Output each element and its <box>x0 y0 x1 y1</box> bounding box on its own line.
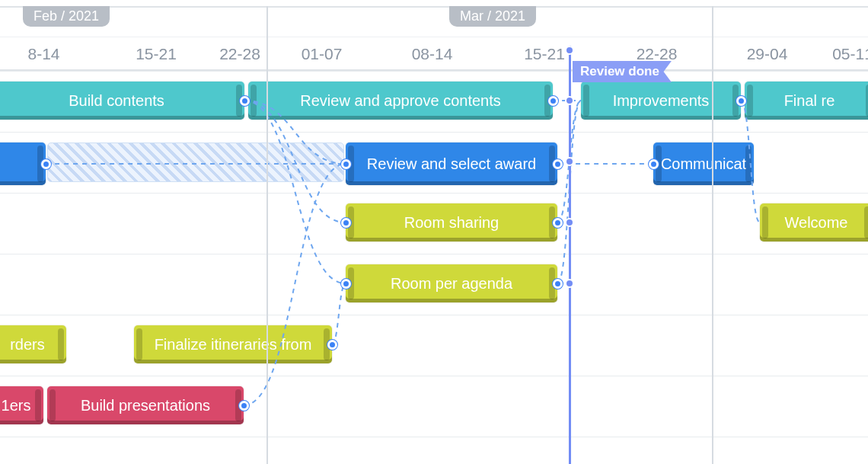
task-bar-improvements[interactable]: Improvements <box>581 82 741 120</box>
task-bar-review-contents[interactable]: Review and approve contents <box>248 82 553 120</box>
task-bar-finalize-itin[interactable]: Finalize itineraries from <box>134 325 332 363</box>
dependency-handle[interactable] <box>553 159 563 169</box>
task-label: Build presentations <box>81 397 210 414</box>
month-row: Feb / 2021Mar / 2021 <box>0 6 868 37</box>
month-badge: Feb / 2021 <box>23 6 110 27</box>
milestone-label: Review done <box>580 64 659 79</box>
task-label: Welcome <box>785 214 848 232</box>
resize-handle-left[interactable] <box>762 206 768 238</box>
timeline-header: Feb / 2021Mar / 2021 8-1415-2122-2801-07… <box>0 6 868 71</box>
milestone-track-dot <box>565 96 574 105</box>
week-header[interactable]: 8-14 <box>0 37 99 71</box>
dependency-handle[interactable] <box>239 401 249 411</box>
resize-handle-left[interactable] <box>251 85 257 117</box>
milestone-track-dot <box>565 279 574 288</box>
row-divider <box>0 254 868 254</box>
dependency-handle[interactable] <box>736 96 746 106</box>
task-label: Communicat <box>661 155 746 173</box>
dependency-handle[interactable] <box>341 279 351 289</box>
task-bar-room-agenda[interactable]: Room per agenda <box>346 264 557 302</box>
resize-handle-right[interactable] <box>35 389 41 421</box>
week-header[interactable]: 29-04 <box>712 37 822 71</box>
task-label: Review and select award <box>367 155 536 173</box>
resize-handle-right[interactable] <box>745 146 752 182</box>
task-bar-build-contents[interactable]: Build contents <box>0 82 244 120</box>
task-bar-buffer[interactable] <box>47 142 344 182</box>
task-label: rders <box>10 336 45 354</box>
row-divider <box>0 132 868 133</box>
dependency-handle[interactable] <box>553 279 563 289</box>
resize-handle-left[interactable] <box>49 389 56 421</box>
task-label: Room per agenda <box>391 275 512 293</box>
week-header[interactable]: 22-28 <box>213 37 266 71</box>
row-divider <box>0 193 868 194</box>
dependency-handle[interactable] <box>41 159 51 169</box>
task-bar-final-re[interactable]: Final re <box>745 82 868 120</box>
gantt-body[interactable]: Build contentsReview and approve content… <box>0 71 868 464</box>
row-divider <box>0 376 868 376</box>
resize-handle-left[interactable] <box>747 85 753 117</box>
month-separator <box>266 6 268 464</box>
dependency-handle[interactable] <box>341 218 351 228</box>
dependency-handle[interactable] <box>341 159 351 169</box>
gantt-chart[interactable]: Feb / 2021Mar / 2021 8-1415-2122-2801-07… <box>0 0 868 464</box>
dependency-handle[interactable] <box>327 340 337 350</box>
task-label: Room sharing <box>404 214 499 232</box>
dependency-handle[interactable] <box>553 218 563 228</box>
task-bar-review-award[interactable]: Review and select award <box>346 142 557 185</box>
resize-handle-left[interactable] <box>583 85 589 117</box>
task-bar-blue-stub[interactable] <box>0 142 46 185</box>
month-segment <box>712 6 868 37</box>
task-label: 1ers <box>2 397 31 414</box>
row-divider <box>0 71 868 72</box>
row-divider <box>0 437 868 437</box>
task-label: Review and approve contents <box>300 92 501 110</box>
month-separator <box>712 6 713 464</box>
milestone-track-dot <box>565 157 574 166</box>
task-label: Finalize itineraries from <box>155 336 312 354</box>
task-bar-communicate[interactable]: Communicat <box>653 142 754 185</box>
week-header[interactable]: 15-21 <box>99 37 213 71</box>
dependency-handle[interactable] <box>240 96 250 106</box>
row-divider <box>0 315 868 315</box>
resize-handle-right[interactable] <box>58 328 64 360</box>
week-row: 8-1415-2122-2801-0708-1415-2122-2829-040… <box>0 37 868 71</box>
milestone-line[interactable] <box>569 46 571 464</box>
task-bar-welcome[interactable]: Welcome <box>760 203 868 242</box>
week-header[interactable]: 08-14 <box>377 37 487 71</box>
task-label: Build contents <box>69 92 164 110</box>
milestone-top-dot[interactable] <box>565 46 574 55</box>
task-bar-room-sharing[interactable]: Room sharing <box>346 203 557 242</box>
task-bar-hers-stub[interactable]: 1ers <box>0 386 43 424</box>
milestone-flag[interactable]: Review done <box>573 61 672 82</box>
task-label: Improvements <box>613 92 710 110</box>
milestone-track-dot <box>565 218 574 227</box>
week-header[interactable]: 05-11 <box>822 37 868 71</box>
dependency-handle[interactable] <box>649 159 659 169</box>
resize-handle-right[interactable] <box>864 206 868 238</box>
task-bar-build-presentations[interactable]: Build presentations <box>47 386 244 424</box>
dependency-handle[interactable] <box>548 96 558 106</box>
week-header[interactable]: 01-07 <box>266 37 377 71</box>
resize-handle-left[interactable] <box>136 328 142 360</box>
month-badge: Mar / 2021 <box>449 6 536 27</box>
task-label: Final re <box>784 92 835 110</box>
task-bar-orders[interactable]: rders <box>0 325 66 363</box>
